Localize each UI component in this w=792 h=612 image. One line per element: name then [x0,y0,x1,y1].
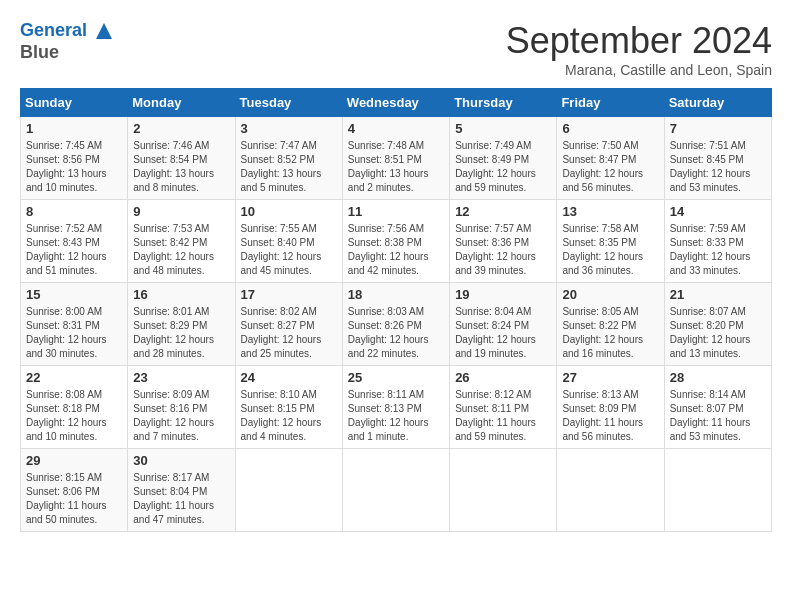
day-number: 10 [241,204,337,219]
calendar-cell: 19 Sunrise: 8:04 AMSunset: 8:24 PMDaylig… [450,283,557,366]
day-number: 27 [562,370,658,385]
day-info: Sunrise: 8:14 AMSunset: 8:07 PMDaylight:… [670,388,766,444]
logo: General Blue [20,20,114,63]
calendar-week-row: 15 Sunrise: 8:00 AMSunset: 8:31 PMDaylig… [21,283,772,366]
day-info: Sunrise: 8:03 AMSunset: 8:26 PMDaylight:… [348,305,444,361]
day-info: Sunrise: 8:15 AMSunset: 8:06 PMDaylight:… [26,471,122,527]
day-number: 8 [26,204,122,219]
calendar-cell: 20 Sunrise: 8:05 AMSunset: 8:22 PMDaylig… [557,283,664,366]
day-number: 24 [241,370,337,385]
day-number: 14 [670,204,766,219]
calendar-cell: 27 Sunrise: 8:13 AMSunset: 8:09 PMDaylig… [557,366,664,449]
day-header-thursday: Thursday [450,89,557,117]
day-number: 5 [455,121,551,136]
day-number: 11 [348,204,444,219]
day-number: 13 [562,204,658,219]
day-info: Sunrise: 8:02 AMSunset: 8:27 PMDaylight:… [241,305,337,361]
day-number: 18 [348,287,444,302]
calendar-week-row: 29 Sunrise: 8:15 AMSunset: 8:06 PMDaylig… [21,449,772,532]
day-header-sunday: Sunday [21,89,128,117]
day-number: 25 [348,370,444,385]
day-info: Sunrise: 8:05 AMSunset: 8:22 PMDaylight:… [562,305,658,361]
calendar-cell: 9 Sunrise: 7:53 AMSunset: 8:42 PMDayligh… [128,200,235,283]
day-info: Sunrise: 8:01 AMSunset: 8:29 PMDaylight:… [133,305,229,361]
day-info: Sunrise: 8:00 AMSunset: 8:31 PMDaylight:… [26,305,122,361]
day-header-saturday: Saturday [664,89,771,117]
day-info: Sunrise: 8:04 AMSunset: 8:24 PMDaylight:… [455,305,551,361]
day-info: Sunrise: 7:49 AMSunset: 8:49 PMDaylight:… [455,139,551,195]
calendar-cell: 23 Sunrise: 8:09 AMSunset: 8:16 PMDaylig… [128,366,235,449]
calendar-cell: 8 Sunrise: 7:52 AMSunset: 8:43 PMDayligh… [21,200,128,283]
day-number: 17 [241,287,337,302]
calendar-cell: 5 Sunrise: 7:49 AMSunset: 8:49 PMDayligh… [450,117,557,200]
day-info: Sunrise: 7:56 AMSunset: 8:38 PMDaylight:… [348,222,444,278]
day-info: Sunrise: 7:55 AMSunset: 8:40 PMDaylight:… [241,222,337,278]
day-number: 7 [670,121,766,136]
day-number: 28 [670,370,766,385]
day-number: 9 [133,204,229,219]
day-info: Sunrise: 7:50 AMSunset: 8:47 PMDaylight:… [562,139,658,195]
day-info: Sunrise: 8:10 AMSunset: 8:15 PMDaylight:… [241,388,337,444]
calendar-cell: 24 Sunrise: 8:10 AMSunset: 8:15 PMDaylig… [235,366,342,449]
calendar-week-row: 22 Sunrise: 8:08 AMSunset: 8:18 PMDaylig… [21,366,772,449]
calendar-cell: 15 Sunrise: 8:00 AMSunset: 8:31 PMDaylig… [21,283,128,366]
logo-text: General Blue [20,20,114,63]
calendar-cell: 6 Sunrise: 7:50 AMSunset: 8:47 PMDayligh… [557,117,664,200]
calendar-cell: 4 Sunrise: 7:48 AMSunset: 8:51 PMDayligh… [342,117,449,200]
calendar-cell: 14 Sunrise: 7:59 AMSunset: 8:33 PMDaylig… [664,200,771,283]
calendar-cell [342,449,449,532]
calendar-cell: 21 Sunrise: 8:07 AMSunset: 8:20 PMDaylig… [664,283,771,366]
day-info: Sunrise: 8:17 AMSunset: 8:04 PMDaylight:… [133,471,229,527]
calendar-cell: 28 Sunrise: 8:14 AMSunset: 8:07 PMDaylig… [664,366,771,449]
calendar-cell: 7 Sunrise: 7:51 AMSunset: 8:45 PMDayligh… [664,117,771,200]
calendar-cell: 18 Sunrise: 8:03 AMSunset: 8:26 PMDaylig… [342,283,449,366]
day-info: Sunrise: 8:11 AMSunset: 8:13 PMDaylight:… [348,388,444,444]
calendar-cell [450,449,557,532]
day-number: 29 [26,453,122,468]
calendar-cell [664,449,771,532]
calendar-cell: 13 Sunrise: 7:58 AMSunset: 8:35 PMDaylig… [557,200,664,283]
day-number: 12 [455,204,551,219]
day-number: 30 [133,453,229,468]
location: Marana, Castille and Leon, Spain [506,62,772,78]
calendar-cell: 22 Sunrise: 8:08 AMSunset: 8:18 PMDaylig… [21,366,128,449]
day-info: Sunrise: 8:12 AMSunset: 8:11 PMDaylight:… [455,388,551,444]
day-number: 4 [348,121,444,136]
day-info: Sunrise: 7:46 AMSunset: 8:54 PMDaylight:… [133,139,229,195]
svg-marker-0 [96,23,112,39]
days-header-row: SundayMondayTuesdayWednesdayThursdayFrid… [21,89,772,117]
calendar-cell [235,449,342,532]
day-info: Sunrise: 7:57 AMSunset: 8:36 PMDaylight:… [455,222,551,278]
title-block: September 2024 Marana, Castille and Leon… [506,20,772,78]
day-info: Sunrise: 7:48 AMSunset: 8:51 PMDaylight:… [348,139,444,195]
calendar-cell: 26 Sunrise: 8:12 AMSunset: 8:11 PMDaylig… [450,366,557,449]
day-header-tuesday: Tuesday [235,89,342,117]
calendar-week-row: 8 Sunrise: 7:52 AMSunset: 8:43 PMDayligh… [21,200,772,283]
calendar-cell: 1 Sunrise: 7:45 AMSunset: 8:56 PMDayligh… [21,117,128,200]
calendar-cell: 11 Sunrise: 7:56 AMSunset: 8:38 PMDaylig… [342,200,449,283]
calendar-cell: 2 Sunrise: 7:46 AMSunset: 8:54 PMDayligh… [128,117,235,200]
calendar-cell: 10 Sunrise: 7:55 AMSunset: 8:40 PMDaylig… [235,200,342,283]
day-number: 3 [241,121,337,136]
calendar-cell [557,449,664,532]
calendar-week-row: 1 Sunrise: 7:45 AMSunset: 8:56 PMDayligh… [21,117,772,200]
calendar-cell: 12 Sunrise: 7:57 AMSunset: 8:36 PMDaylig… [450,200,557,283]
day-info: Sunrise: 8:13 AMSunset: 8:09 PMDaylight:… [562,388,658,444]
day-info: Sunrise: 7:59 AMSunset: 8:33 PMDaylight:… [670,222,766,278]
day-number: 19 [455,287,551,302]
day-info: Sunrise: 8:08 AMSunset: 8:18 PMDaylight:… [26,388,122,444]
day-header-friday: Friday [557,89,664,117]
day-number: 22 [26,370,122,385]
day-number: 2 [133,121,229,136]
page-header: General Blue September 2024 Marana, Cast… [20,20,772,78]
day-info: Sunrise: 8:09 AMSunset: 8:16 PMDaylight:… [133,388,229,444]
day-number: 1 [26,121,122,136]
day-number: 26 [455,370,551,385]
calendar-table: SundayMondayTuesdayWednesdayThursdayFrid… [20,88,772,532]
calendar-cell: 29 Sunrise: 8:15 AMSunset: 8:06 PMDaylig… [21,449,128,532]
day-header-monday: Monday [128,89,235,117]
month-title: September 2024 [506,20,772,62]
day-info: Sunrise: 7:51 AMSunset: 8:45 PMDaylight:… [670,139,766,195]
day-number: 20 [562,287,658,302]
day-info: Sunrise: 8:07 AMSunset: 8:20 PMDaylight:… [670,305,766,361]
